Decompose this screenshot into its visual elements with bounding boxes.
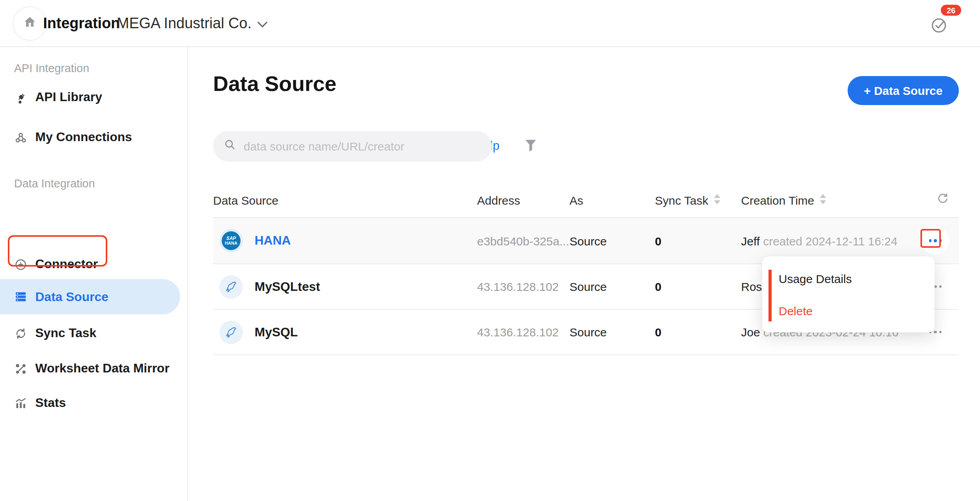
sync-task-count: 0 [655, 325, 741, 339]
sync-task-count: 0 [655, 280, 741, 293]
column-header-label: Sync Task [655, 193, 708, 207]
workspace-name: MEGA Industrial Co. [117, 15, 251, 32]
app-title: Integration [43, 0, 120, 46]
refresh-icon [936, 192, 949, 208]
notification-badge: 26 [941, 5, 961, 16]
address-value: 43.136.128.102 [477, 325, 570, 339]
workspace-selector[interactable]: MEGA Industrial Co. [117, 0, 268, 46]
sidebar-item-label: Connector [35, 257, 98, 271]
mirror-icon [14, 362, 27, 375]
sidebar-item-label: Data Source [35, 290, 108, 304]
search-input[interactable] [242, 139, 472, 154]
address-value: e3bd540b-325a... [477, 234, 570, 247]
creator-name: Joe [741, 325, 760, 339]
sidebar-item-label: Worksheet Data Mirror [35, 361, 170, 376]
home-button[interactable] [13, 6, 47, 41]
sync-icon [14, 327, 27, 340]
filter-button[interactable] [515, 131, 546, 162]
created-timestamp: created 2024-12-11 16:24 [763, 234, 897, 247]
creation-time: Jeff created 2024-12-11 16:24 [741, 234, 913, 247]
data-source-name: MySQLtest [255, 280, 320, 294]
menu-item-usage-details[interactable]: Usage Details [779, 270, 852, 286]
data-source-icon [14, 290, 27, 303]
column-header-address: Address [477, 193, 570, 207]
sidebar-section-api-integration: API Integration [14, 62, 89, 74]
data-source-name-link[interactable]: HANA [255, 234, 291, 248]
sidebar-item-label: Sync Task [35, 326, 96, 340]
home-icon [23, 15, 37, 32]
sidebar-item-worksheet-data-mirror[interactable]: Worksheet Data Mirror [0, 357, 180, 380]
add-data-source-button[interactable]: + Data Source [848, 76, 959, 105]
creator-name: Jeff [741, 234, 760, 247]
sidebar: API Integration API Library My Connectio… [0, 46, 188, 501]
topbar: Integration MEGA Industrial Co. 26 [0, 0, 980, 47]
as-value: Source [570, 234, 655, 247]
ellipsis-icon [929, 239, 942, 242]
sidebar-item-my-connections[interactable]: My Connections [0, 125, 180, 149]
mysql-icon [219, 320, 243, 344]
check-circle-icon [931, 16, 948, 37]
connections-icon [14, 131, 27, 144]
hana-icon: SAPHANA [219, 229, 243, 252]
context-menu: Usage Details Delete [762, 256, 935, 332]
plus-circle-icon [14, 258, 27, 271]
column-header-data-source: Data Source [213, 193, 477, 207]
more-actions-button[interactable] [921, 227, 949, 255]
sidebar-item-api-library[interactable]: API Library [0, 85, 180, 109]
search-icon [224, 139, 236, 154]
as-value: Source [570, 325, 655, 339]
sort-icon [714, 193, 721, 207]
notifications-button[interactable]: 26 [931, 9, 959, 38]
plug-icon [14, 91, 27, 104]
as-value: Source [570, 280, 655, 293]
app-root: Integration MEGA Industrial Co. 26 API I… [0, 0, 980, 501]
sync-task-count: 0 [655, 234, 741, 247]
sidebar-item-data-source[interactable]: Data Source [0, 279, 180, 314]
data-source-name: MySQL [255, 325, 298, 339]
column-header-sync-task[interactable]: Sync Task [655, 193, 741, 207]
refresh-button[interactable] [913, 192, 959, 208]
sidebar-item-connector[interactable]: Connector [0, 252, 180, 276]
stats-icon [14, 396, 27, 410]
sidebar-item-label: API Library [35, 90, 102, 104]
table-header-row: Data Source Address As Sync Task Creatio… [213, 183, 959, 218]
chevron-down-icon [257, 15, 268, 32]
column-header-creation-time[interactable]: Creation Time [741, 193, 913, 207]
sidebar-item-stats[interactable]: Stats [0, 391, 180, 415]
page-title: Data Source [213, 72, 336, 96]
menu-item-delete[interactable]: Delete [779, 303, 813, 318]
column-header-label: Creation Time [741, 193, 814, 207]
sort-icon [820, 193, 827, 207]
sidebar-section-data-integration: Data Integration [14, 177, 95, 190]
annotation-bar-menu [768, 270, 771, 321]
sidebar-item-sync-task[interactable]: Sync Task [0, 321, 180, 345]
add-data-source-label: + Data Source [864, 84, 943, 97]
sidebar-item-label: My Connections [35, 130, 132, 144]
address-value: 43.136.128.102 [477, 280, 570, 293]
sidebar-item-label: Stats [35, 396, 66, 410]
funnel-icon [523, 138, 538, 155]
column-header-as: As [570, 193, 655, 207]
search-bar [213, 131, 492, 162]
mysql-icon [219, 275, 243, 298]
